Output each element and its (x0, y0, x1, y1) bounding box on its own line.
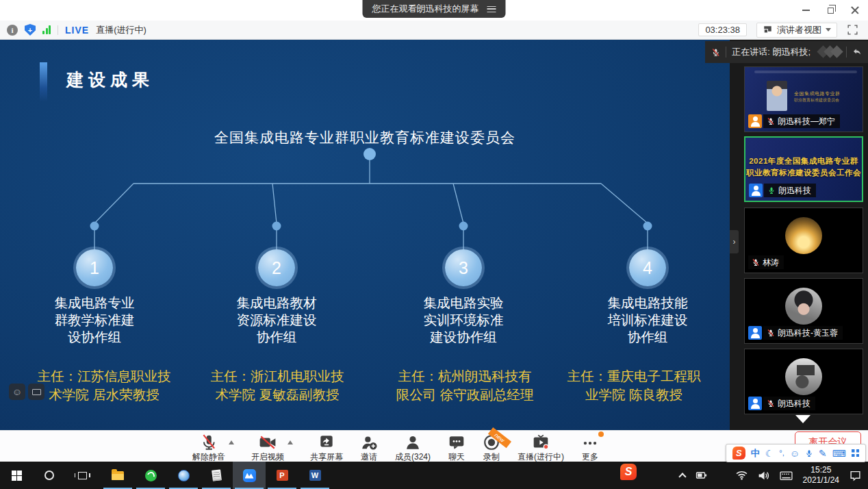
restore-button[interactable] (821, 2, 839, 18)
mic-options-caret[interactable] (229, 440, 234, 444)
view-mode-label: 演讲者视图 (777, 24, 821, 36)
record-button[interactable]: new 录制 (483, 433, 500, 463)
start-button[interactable] (0, 462, 33, 489)
participant-name: 朗迅科技—郑宁 (778, 116, 835, 127)
group-2-name: 集成电路教材资源标准建设协作组 (198, 294, 355, 346)
muted-mic-icon[interactable] (711, 47, 720, 58)
unmute-button[interactable]: 解除静音 (192, 433, 225, 463)
members-button[interactable]: 成员(324) (395, 433, 431, 463)
avatar (785, 217, 822, 254)
meeting-app-button[interactable] (233, 462, 266, 489)
invite-person-icon (360, 434, 378, 451)
tray-expand-caret[interactable] (678, 473, 686, 480)
participant-tile-langxun-active[interactable]: 2021年度全国集成电路专业群 职业教育标准建设委员会工作会 朗迅科技 (744, 136, 863, 202)
group-3-number: 3 (445, 249, 482, 286)
participant-tile-lintao[interactable]: 林涛 (744, 208, 863, 273)
fullscreen-icon[interactable] (847, 24, 858, 36)
taskbar-clock[interactable]: 15:25 2021/1/24 (803, 465, 839, 486)
speaking-now-bar: 正在讲话: 朗迅科技; (705, 41, 868, 63)
participant-name-badge: 朗迅科技 (763, 397, 815, 410)
reply-arrow-icon[interactable] (852, 47, 862, 58)
invite-button[interactable]: 邀请 (360, 433, 378, 463)
browser-button[interactable] (134, 462, 167, 489)
group-4-director: 主任：重庆电子工程职业学院 陈良教授 (544, 367, 724, 404)
cortana-search-button[interactable] (33, 462, 66, 489)
active-mic-icon (767, 186, 776, 195)
minimize-button[interactable] (797, 2, 815, 18)
sidebar-collapse-tab[interactable]: › (730, 230, 739, 253)
tile-watermark (754, 71, 857, 73)
share-screen-icon (318, 434, 335, 451)
voice-input-icon[interactable] (805, 449, 813, 458)
notepad-button[interactable] (200, 462, 233, 489)
windows-logo-icon (12, 471, 22, 481)
share-screen-button[interactable]: 共享屏幕 (310, 433, 343, 463)
member-person-icon (748, 326, 762, 340)
group-4-name: 集成电路技能培训标准建设协作组 (569, 294, 726, 346)
app-button-blue[interactable] (167, 462, 200, 489)
ime-toolbox-icon[interactable] (852, 449, 859, 457)
punctuation-icon[interactable]: °, (779, 449, 784, 457)
file-explorer-button[interactable] (101, 462, 134, 489)
members-person-icon (404, 434, 422, 451)
live-button[interactable]: 直播(进行中) (518, 433, 564, 463)
video-options-caret[interactable] (288, 440, 293, 444)
toolbar-tools: 解除静音 开启视频 (192, 433, 599, 463)
ime-toolbar[interactable]: S 中 ☾ °, ☺ ✎ ⌨ (726, 444, 866, 462)
touch-keyboard-icon[interactable] (780, 471, 793, 481)
start-video-button[interactable]: 开启视频 (251, 433, 284, 463)
shared-screen-slide: 建设成果 全国集成电路专业群职业教育标准建设委员会 (0, 40, 730, 430)
meeting-app-icon (243, 469, 256, 482)
close-button[interactable] (846, 2, 864, 18)
screen-tools-icon[interactable] (28, 384, 44, 400)
windows-taskbar: P W (0, 462, 868, 489)
wifi-icon[interactable] (736, 471, 748, 480)
window-titlebar: 您正在观看朗迅科技的屏幕 (0, 0, 868, 21)
notepad-icon (212, 469, 222, 481)
soft-keyboard-icon[interactable]: ⌨ (832, 449, 846, 458)
participant-tile-huangyurong[interactable]: 朗迅科技-黄玉蓉 (744, 278, 863, 344)
action-center-icon[interactable] (850, 470, 861, 481)
participant-tile-langxun2[interactable]: 朗迅科技 (744, 349, 863, 414)
blue-app-icon (178, 470, 190, 481)
emoji-icon[interactable]: ☺ (790, 449, 800, 458)
word-button[interactable]: W (298, 462, 331, 489)
meeting-topbar: i + LIVE 直播(进行中) 03:23:38 演讲者视图 (0, 21, 868, 40)
muted-mic-icon (752, 258, 760, 266)
group-2-director: 主任：浙江机电职业技术学院 夏敏磊副教授 (187, 367, 368, 404)
search-circle-icon (44, 471, 54, 480)
participant-tile-zhengning[interactable]: 全国集成电路专业群 职业教育标准建设委员会 朗迅科技—郑宁 (744, 66, 863, 132)
chat-button[interactable]: 聊天 (448, 433, 465, 463)
topbar-divider (58, 25, 58, 35)
task-view-icon (78, 472, 87, 479)
moon-icon[interactable]: ☾ (765, 449, 774, 458)
task-view-button[interactable] (66, 462, 99, 489)
scroll-down-arrow[interactable] (795, 415, 810, 423)
powerpoint-button[interactable]: P (266, 462, 298, 489)
banner-menu-icon[interactable] (487, 6, 496, 12)
more-button[interactable]: 更多 (581, 433, 599, 463)
battery-icon[interactable] (695, 470, 708, 481)
ime-mode-chinese[interactable]: 中 (751, 447, 760, 460)
security-shield-icon[interactable]: + (25, 24, 36, 36)
handwriting-pen-icon[interactable]: ✎ (819, 449, 827, 458)
network-signal-icon[interactable] (42, 25, 51, 34)
word-icon: W (309, 470, 321, 481)
live-status-text: 直播(进行中) (96, 24, 146, 36)
speaker-icon[interactable] (758, 471, 769, 481)
window-controls (797, 2, 864, 18)
emoji-reaction-icon[interactable]: ☺ (9, 384, 25, 400)
layout-view-icon (763, 25, 773, 35)
muted-mic-icon (767, 399, 775, 408)
participant-badge-row: 朗迅科技 (749, 184, 816, 197)
group-3-name: 集成电路实验实训环境标准建设协作组 (385, 294, 542, 346)
sogou-tray-icon[interactable]: S (620, 464, 637, 480)
participant-name-badge: 朗迅科技-黄玉蓉 (763, 326, 843, 340)
member-person-icon (748, 397, 762, 410)
sogou-logo-icon[interactable]: S (732, 447, 745, 460)
view-mode-dropdown[interactable]: 演讲者视图 (756, 23, 837, 38)
participant-name: 林涛 (763, 257, 779, 268)
meeting-info-icon[interactable]: i (7, 25, 18, 36)
viewing-screen-banner[interactable]: 您正在观看朗迅科技的屏幕 (363, 0, 506, 18)
participant-badge-row: 朗迅科技 (748, 397, 815, 410)
